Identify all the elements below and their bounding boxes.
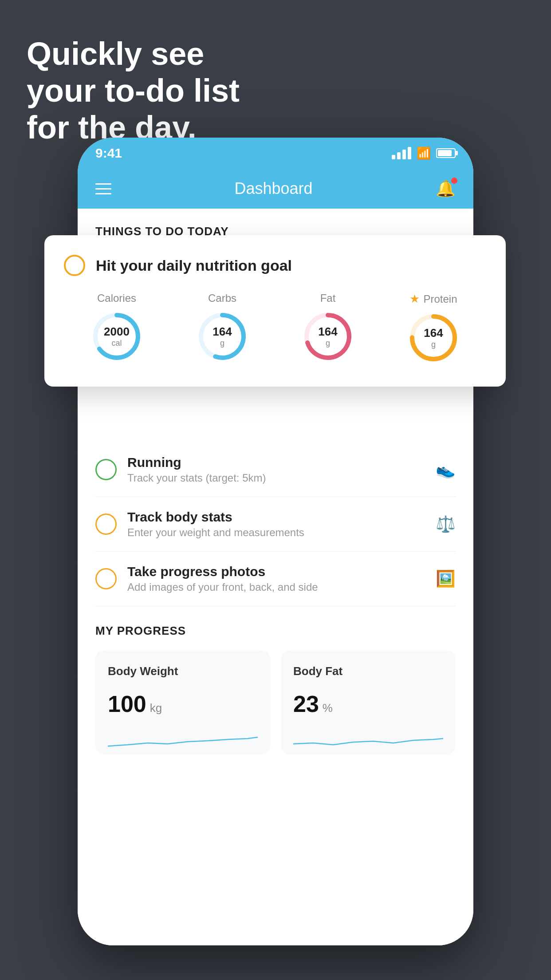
hamburger-line (95, 183, 111, 185)
status-icons: 📶 (392, 146, 456, 160)
todo-title: Running (127, 455, 425, 470)
body-fat-sparkline (293, 726, 443, 753)
scale-icon: ⚖️ (436, 515, 456, 533)
body-fat-title: Body Fat (293, 664, 443, 678)
body-weight-sparkline (108, 726, 258, 753)
protein-value: 164 g (424, 326, 443, 350)
todo-subtitle: Enter your weight and measurements (127, 526, 425, 539)
body-fat-unit: % (323, 701, 333, 715)
todo-text: Running Track your stats (target: 5km) (127, 455, 425, 484)
progress-header: MY PROGRESS (95, 624, 456, 638)
progress-cards: Body Weight 100 kg Body Fat 23 % (95, 650, 456, 755)
protein-label: Protein (423, 293, 457, 305)
todo-check-yellow[interactable] (95, 568, 117, 589)
todo-text: Track body stats Enter your weight and m… (127, 510, 425, 539)
carbs-value: 164 g (213, 325, 232, 348)
fat-label: Fat (320, 292, 336, 304)
todo-check-yellow[interactable] (95, 514, 117, 535)
body-weight-card[interactable]: Body Weight 100 kg (95, 650, 270, 755)
wifi-icon: 📶 (417, 146, 431, 160)
calories-value: 2000 cal (104, 325, 130, 348)
nutrition-item-calories: Calories 2000 cal (90, 292, 143, 363)
todo-subtitle: Add images of your front, back, and side (127, 581, 425, 593)
nutrition-goals: Calories 2000 cal Carbs (64, 292, 486, 364)
status-time: 9:41 (95, 146, 122, 161)
list-item[interactable]: Take progress photos Add images of your … (95, 552, 456, 606)
portrait-icon: 🖼️ (436, 569, 456, 588)
protein-label-row: ★ Protein (409, 292, 457, 306)
headline-line2: your to-do list (27, 72, 240, 109)
calories-label: Calories (97, 292, 136, 304)
nav-bar: Dashboard 🔔 (78, 169, 473, 209)
carbs-donut: 164 g (196, 310, 249, 363)
headline-line1: Quickly see (27, 36, 240, 72)
todo-check-green[interactable] (95, 459, 117, 480)
status-bar: 9:41 📶 (78, 138, 473, 169)
todo-title: Take progress photos (127, 564, 425, 579)
shoe-icon: 👟 (436, 460, 456, 479)
progress-section: MY PROGRESS Body Weight 100 kg Body Fat … (78, 624, 473, 755)
bell-icon[interactable]: 🔔 (436, 179, 456, 198)
fat-value: 164 g (318, 325, 337, 348)
todo-title: Track body stats (127, 510, 425, 525)
list-item[interactable]: Running Track your stats (target: 5km) 👟 (95, 443, 456, 497)
nutrition-item-fat: Fat 164 g (301, 292, 354, 363)
hamburger-line (95, 188, 111, 190)
body-fat-card[interactable]: Body Fat 23 % (281, 650, 456, 755)
body-weight-value-row: 100 kg (108, 691, 258, 717)
todo-list: Running Track your stats (target: 5km) 👟… (78, 443, 473, 606)
hamburger-menu[interactable] (95, 183, 111, 194)
card-header: Hit your daily nutrition goal (64, 255, 486, 276)
todo-text: Take progress photos Add images of your … (127, 564, 425, 593)
protein-donut: 164 g (407, 311, 460, 364)
notification-dot (451, 178, 457, 184)
fat-donut: 164 g (301, 310, 354, 363)
star-icon: ★ (409, 292, 420, 306)
body-weight-title: Body Weight (108, 664, 258, 678)
battery-icon (436, 148, 456, 158)
carbs-label: Carbs (208, 292, 236, 304)
calories-donut: 2000 cal (90, 310, 143, 363)
body-weight-value: 100 (108, 691, 146, 717)
nav-title: Dashboard (234, 179, 312, 198)
nutrition-item-carbs: Carbs 164 g (196, 292, 249, 363)
nutrition-item-protein: ★ Protein 164 g (407, 292, 460, 364)
body-fat-value: 23 (293, 691, 319, 717)
nutrition-circle-icon (64, 255, 85, 276)
nutrition-card: Hit your daily nutrition goal Calories 2… (44, 235, 506, 387)
body-weight-unit: kg (150, 701, 162, 715)
signal-icon (392, 147, 411, 159)
todo-subtitle: Track your stats (target: 5km) (127, 472, 425, 484)
body-fat-value-row: 23 % (293, 691, 443, 717)
headline: Quickly see your to-do list for the day. (27, 36, 240, 146)
hamburger-line (95, 193, 111, 194)
list-item[interactable]: Track body stats Enter your weight and m… (95, 497, 456, 552)
nutrition-card-title: Hit your daily nutrition goal (96, 257, 292, 274)
